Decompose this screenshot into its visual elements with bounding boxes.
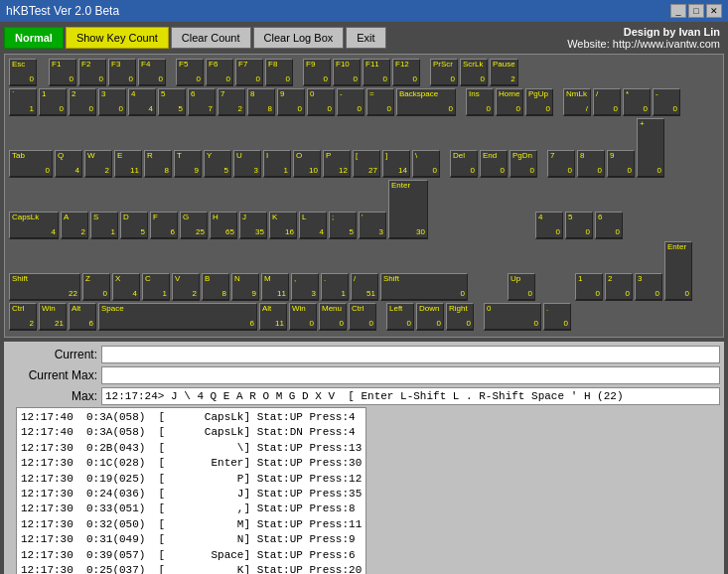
show-key-count-button[interactable]: Show Key Count: [66, 27, 169, 49]
key-t[interactable]: T9: [174, 150, 202, 178]
key-numstar[interactable]: *0: [623, 88, 651, 116]
key-a[interactable]: A2: [61, 212, 88, 239]
key-x[interactable]: X4: [112, 273, 140, 301]
clear-count-button[interactable]: Clear Count: [171, 27, 251, 49]
key-pgdn[interactable]: PgDn0: [510, 150, 537, 178]
key-comma[interactable]: ,3: [291, 273, 319, 301]
key-end[interactable]: End0: [480, 150, 508, 178]
key-u[interactable]: U3: [233, 150, 261, 178]
key-home[interactable]: Home0: [496, 88, 523, 116]
key-period[interactable]: .1: [321, 273, 349, 301]
restore-button[interactable]: □: [688, 4, 704, 18]
key-f3[interactable]: F30: [108, 59, 136, 86]
key-h[interactable]: H65: [210, 212, 237, 239]
key-num2[interactable]: 20: [605, 273, 633, 301]
key-num4[interactable]: 40: [535, 212, 563, 239]
key-f11[interactable]: F110: [363, 59, 390, 86]
key-f9[interactable]: F90: [303, 59, 331, 86]
key-z[interactable]: Z0: [82, 273, 110, 301]
current-input[interactable]: [101, 346, 720, 363]
key-n[interactable]: N9: [231, 273, 259, 301]
key-insert[interactable]: Ins0: [466, 88, 494, 116]
key-backspace[interactable]: Backspace0: [396, 88, 456, 116]
key-k[interactable]: K16: [269, 212, 297, 239]
key-semicolon[interactable]: ;5: [329, 212, 357, 239]
key-rbracket[interactable]: ]14: [382, 150, 410, 178]
key-up[interactable]: Up0: [508, 273, 535, 301]
key-f6[interactable]: F60: [206, 59, 233, 86]
exit-button[interactable]: Exit: [346, 27, 385, 49]
key-3[interactable]: 30: [98, 88, 126, 116]
key-f[interactable]: F6: [150, 212, 178, 239]
key-menu[interactable]: Menu0: [319, 303, 347, 331]
key-num6[interactable]: 60: [595, 212, 623, 239]
key-f12[interactable]: F120: [392, 59, 420, 86]
key-f2[interactable]: F20: [78, 59, 106, 86]
key-lctrl[interactable]: Ctrl2: [9, 303, 37, 331]
key-f10[interactable]: F100: [333, 59, 361, 86]
key-numenter[interactable]: Enter0: [664, 241, 692, 301]
key-enter[interactable]: Enter30: [388, 180, 428, 239]
key-m[interactable]: M11: [261, 273, 289, 301]
key-equals[interactable]: =0: [366, 88, 394, 116]
key-f1[interactable]: F10: [49, 59, 76, 86]
key-slash[interactable]: /51: [351, 273, 378, 301]
key-esc[interactable]: Esc0: [9, 59, 37, 86]
key-tab[interactable]: Tab0: [9, 150, 53, 178]
key-space[interactable]: Space6: [98, 303, 257, 331]
key-backslash[interactable]: \0: [412, 150, 440, 178]
key-num5[interactable]: 50: [565, 212, 593, 239]
key-left[interactable]: Left0: [386, 303, 414, 331]
key-d[interactable]: D5: [120, 212, 148, 239]
key-rctrl[interactable]: Ctrl0: [349, 303, 376, 331]
close-button[interactable]: ✕: [706, 4, 722, 18]
window-controls[interactable]: _ □ ✕: [670, 4, 722, 18]
key-rwin[interactable]: Win0: [289, 303, 317, 331]
clear-log-box-button[interactable]: Clear Log Box: [253, 27, 345, 49]
key-right[interactable]: Right0: [446, 303, 474, 331]
key-quote[interactable]: '3: [359, 212, 386, 239]
key-lbracket[interactable]: [27: [353, 150, 380, 178]
key-rshift[interactable]: Shift0: [380, 273, 468, 301]
key-y[interactable]: Y5: [204, 150, 231, 178]
key-7[interactable]: 72: [218, 88, 245, 116]
key-j[interactable]: J35: [239, 212, 267, 239]
key-c[interactable]: C1: [142, 273, 170, 301]
key-capslock[interactable]: CapsLk4: [9, 212, 59, 239]
key-numminus[interactable]: -0: [653, 88, 680, 116]
current-max-input[interactable]: [101, 366, 720, 384]
key-num9[interactable]: 90: [607, 150, 635, 178]
key-2[interactable]: 20: [69, 88, 96, 116]
key-4[interactable]: 44: [128, 88, 156, 116]
key-q[interactable]: Q4: [55, 150, 82, 178]
key-s[interactable]: S1: [90, 212, 118, 239]
key-w[interactable]: W2: [84, 150, 112, 178]
key-e[interactable]: E11: [114, 150, 142, 178]
key-f4[interactable]: F40: [138, 59, 166, 86]
key-6[interactable]: 67: [188, 88, 216, 116]
key-numdot[interactable]: .0: [543, 303, 571, 331]
key-down[interactable]: Down0: [416, 303, 444, 331]
key-l[interactable]: L4: [299, 212, 327, 239]
key-p[interactable]: P12: [323, 150, 351, 178]
key-9[interactable]: 90: [277, 88, 305, 116]
key-lalt[interactable]: Alt6: [69, 303, 96, 331]
key-num3[interactable]: 30: [635, 273, 662, 301]
key-lwin[interactable]: Win21: [39, 303, 67, 331]
key-pgup[interactable]: PgUp0: [525, 88, 553, 116]
normal-button[interactable]: Normal: [4, 27, 64, 49]
key-scrlk[interactable]: ScrLk0: [460, 59, 488, 86]
key-minus[interactable]: -0: [337, 88, 364, 116]
key-5[interactable]: 55: [158, 88, 186, 116]
key-f8[interactable]: F80: [265, 59, 293, 86]
key-num1[interactable]: 10: [575, 273, 603, 301]
key-i[interactable]: I1: [263, 150, 291, 178]
key-backtick[interactable]: `1: [9, 88, 37, 116]
key-0[interactable]: 00: [307, 88, 335, 116]
key-r[interactable]: R8: [144, 150, 172, 178]
key-pause[interactable]: Pause2: [490, 59, 518, 86]
key-1[interactable]: 10: [39, 88, 67, 116]
key-num8[interactable]: 80: [577, 150, 605, 178]
key-num0[interactable]: 00: [484, 303, 541, 331]
key-delete[interactable]: Del0: [450, 150, 478, 178]
